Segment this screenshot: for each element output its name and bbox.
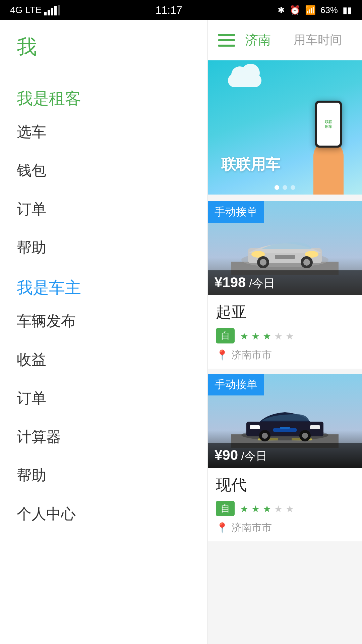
car-2-price-tag: ¥90 /今日: [208, 443, 362, 468]
star-1-3: ★: [263, 331, 273, 341]
menu-item-post-car[interactable]: 车辆发布: [0, 302, 207, 340]
sidebar-menu: 我是租客 选车 钱包 订单 帮助 我是车主 车辆发布 收益 订单 计算器 帮助 …: [0, 71, 207, 644]
signal-bar-4: [54, 6, 57, 15]
status-left: 4G LTE: [10, 5, 60, 15]
sidebar-header: 我: [0, 20, 207, 71]
time-filter-button[interactable]: 用车时间: [284, 32, 352, 48]
menu-item-owner-help[interactable]: 帮助: [0, 456, 207, 495]
signal-bar-3: [51, 8, 53, 15]
star-1-4: ★: [274, 331, 284, 341]
menu-item-earnings[interactable]: 收益: [0, 340, 207, 379]
svg-point-23: [302, 433, 308, 439]
banner-logo: 联联用车: [221, 155, 280, 174]
banner-cloud: [228, 74, 261, 87]
svg-rect-18: [273, 428, 297, 432]
signal-bar-5: [58, 5, 60, 15]
car-1-meta: 自 ★ ★ ★ ★ ★: [216, 328, 354, 343]
content-header: 济南 用车时间: [208, 20, 362, 60]
header-icons: 济南: [218, 32, 271, 49]
car-2-name: 现代: [216, 475, 354, 495]
car-1-info: 起亚 自 ★ ★ ★ ★ ★ 📍 济南市市: [208, 295, 362, 369]
location-icon-2: 📍: [216, 522, 228, 534]
hand-phone: 联联用车: [305, 101, 352, 195]
star-2-1: ★: [240, 503, 250, 514]
car-2-transmission: 自: [216, 501, 235, 516]
location-icon-1: 📍: [216, 349, 228, 361]
renter-section-title: 我是租客: [0, 78, 207, 113]
car-1-stars: ★ ★ ★ ★ ★: [240, 331, 296, 341]
bluetooth-icon: ✱: [278, 5, 285, 15]
car-2-info: 现代 自 ★ ★ ★ ★ ★ 📍 济南市市: [208, 468, 362, 541]
car-1-price-unit: /今日: [249, 277, 275, 289]
dot-3: [291, 185, 295, 190]
star-1-5: ★: [286, 331, 296, 341]
car-1-location-text: 济南市市: [232, 348, 272, 362]
status-right: ✱ ⏰ 📶 63% ▮▮: [278, 5, 352, 15]
sidebar-title: 我: [17, 34, 37, 61]
car-2-location: 📍 济南市市: [216, 521, 354, 535]
svg-rect-17: [310, 425, 320, 429]
car-2-price-unit: /今日: [241, 449, 267, 462]
signal-bar-2: [48, 10, 50, 15]
star-2-2: ★: [251, 503, 261, 514]
main-layout: 我 我是租客 选车 钱包 订单 帮助 我是车主 车辆发布 收益 订单 计算器 帮…: [0, 20, 362, 644]
hamburger-line-3: [218, 45, 235, 47]
car-1-manual-tag: 手动接单: [208, 201, 264, 223]
owner-section-title: 我是车主: [0, 267, 207, 302]
car-card-1[interactable]: 手动接单 ¥198 /今日 起亚 自 ★ ★ ★ ★: [208, 201, 362, 369]
menu-item-profile[interactable]: 个人中心: [0, 495, 207, 533]
car-1-price-tag: ¥198 /今日: [208, 270, 362, 295]
car-2-manual-tag: 手动接单: [208, 374, 264, 395]
car-1-transmission: 自: [216, 328, 235, 343]
hamburger-button[interactable]: [218, 34, 235, 47]
car-1-name: 起亚: [216, 302, 354, 323]
content-panel: 济南 用车时间: [208, 20, 362, 644]
car-card-2[interactable]: 手动接单 ¥90 /今日 现代 自 ★ ★ ★ ★: [208, 374, 362, 541]
status-bar: 4G LTE 11:17 ✱ ⏰ 📶 63% ▮▮: [0, 0, 362, 20]
signal-bar-1: [44, 12, 47, 15]
menu-item-renter-orders[interactable]: 订单: [0, 190, 207, 228]
car-2-price: ¥90: [215, 447, 238, 463]
star-2-5: ★: [286, 503, 296, 514]
alarm-icon: ⏰: [290, 5, 300, 15]
star-1-2: ★: [251, 331, 261, 341]
banner: 联联用车 联联用车: [208, 60, 362, 195]
menu-item-owner-orders[interactable]: 订单: [0, 379, 207, 418]
car-1-location: 📍 济南市市: [216, 348, 354, 362]
star-1-1: ★: [240, 331, 250, 341]
car-1-price: ¥198: [215, 274, 246, 290]
city-label[interactable]: 济南: [245, 32, 271, 49]
car-image-1: 手动接单 ¥198 /今日: [208, 201, 362, 295]
menu-item-calculator[interactable]: 计算器: [0, 418, 207, 456]
star-2-4: ★: [274, 503, 284, 514]
sidebar: 我 我是租客 选车 钱包 订单 帮助 我是车主 车辆发布 收益 订单 计算器 帮…: [0, 20, 208, 644]
svg-rect-19: [280, 427, 290, 429]
svg-rect-5: [275, 255, 295, 259]
banner-content: 联联用车 联联用车: [208, 60, 362, 195]
dot-1: [275, 185, 279, 190]
cars-list: 手动接单 ¥198 /今日 起亚 自 ★ ★ ★ ★: [208, 195, 362, 644]
menu-item-select-car[interactable]: 选车: [0, 113, 207, 151]
banner-dots: [275, 185, 295, 190]
status-time: 11:17: [156, 4, 182, 16]
battery-icon: ▮▮: [343, 5, 352, 15]
menu-item-wallet[interactable]: 钱包: [0, 151, 207, 190]
svg-point-9: [303, 259, 310, 266]
car-svg-1: [231, 221, 339, 275]
carrier-label: 4G LTE: [10, 5, 42, 15]
car-svg-2: [231, 394, 339, 448]
menu-item-renter-help[interactable]: 帮助: [0, 228, 207, 267]
dot-2: [283, 185, 287, 190]
svg-point-21: [262, 433, 268, 439]
hamburger-line-2: [218, 39, 235, 41]
car-2-location-text: 济南市市: [232, 521, 272, 535]
car-image-2: 手动接单 ¥90 /今日: [208, 374, 362, 468]
svg-point-7: [260, 259, 266, 266]
star-2-3: ★: [263, 503, 273, 514]
wifi-icon: 📶: [305, 5, 316, 15]
signal-bars: [44, 5, 60, 15]
hamburger-line-1: [218, 34, 235, 36]
car-2-meta: 自 ★ ★ ★ ★ ★: [216, 501, 354, 516]
car-2-stars: ★ ★ ★ ★ ★: [240, 503, 296, 514]
battery-percent: 63%: [320, 5, 338, 15]
